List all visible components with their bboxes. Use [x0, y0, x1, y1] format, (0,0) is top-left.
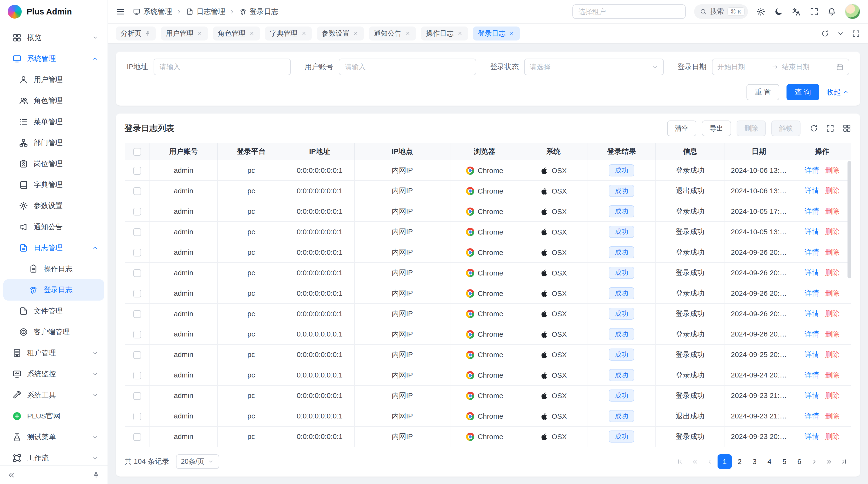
bell-icon[interactable]: [827, 7, 836, 17]
sidebar-item[interactable]: 系统监控: [3, 363, 104, 384]
global-search[interactable]: 搜索 ⌘ K: [694, 4, 748, 19]
detail-link[interactable]: 详情: [805, 207, 819, 215]
delete-link[interactable]: 删除: [825, 330, 840, 338]
row-checkbox[interactable]: [133, 187, 141, 195]
page-button[interactable]: 1: [717, 454, 732, 469]
detail-link[interactable]: 详情: [805, 371, 819, 379]
page-button[interactable]: 2: [733, 454, 747, 469]
row-checkbox[interactable]: [133, 269, 141, 277]
menu-toggle-icon[interactable]: [116, 7, 125, 17]
refresh-icon[interactable]: [809, 124, 818, 133]
tab[interactable]: 通知公告: [369, 27, 416, 40]
row-checkbox[interactable]: [133, 351, 141, 359]
sidebar-item[interactable]: 租户管理: [3, 343, 104, 363]
detail-link[interactable]: 详情: [805, 412, 819, 420]
page-button[interactable]: [822, 454, 836, 469]
expand-icon[interactable]: [809, 7, 819, 17]
page-button[interactable]: [688, 454, 702, 469]
tab[interactable]: 操作日志: [421, 27, 468, 40]
sidebar-item[interactable]: 日志管理: [3, 237, 104, 258]
sidebar-item[interactable]: 系统管理: [3, 48, 104, 69]
toolbar-button[interactable]: 解锁: [771, 121, 801, 136]
detail-link[interactable]: 详情: [805, 228, 819, 235]
pin-icon[interactable]: [145, 30, 151, 36]
close-icon[interactable]: [405, 30, 411, 36]
column-header[interactable]: 浏览器: [450, 143, 519, 160]
tab[interactable]: 角色管理: [213, 27, 260, 40]
tenant-select-input[interactable]: [572, 4, 686, 19]
sidebar-item[interactable]: 操作日志: [3, 258, 104, 279]
collapse-filters-link[interactable]: 收起: [827, 87, 849, 97]
breadcrumb-item[interactable]: 系统管理: [133, 7, 172, 17]
detail-link[interactable]: 详情: [805, 289, 819, 297]
sidebar-item[interactable]: 概览: [3, 27, 104, 48]
collapse-sidebar-icon[interactable]: [7, 471, 16, 479]
sidebar-item[interactable]: 岗位管理: [3, 153, 104, 174]
sidebar-item[interactable]: 参数设置: [3, 195, 104, 216]
page-button[interactable]: [807, 454, 822, 469]
chevron-down-icon[interactable]: [836, 29, 845, 38]
delete-link[interactable]: 删除: [825, 248, 840, 256]
column-header[interactable]: 系统: [519, 143, 588, 160]
page-button[interactable]: 3: [747, 454, 762, 469]
close-icon[interactable]: [197, 30, 203, 36]
detail-link[interactable]: 详情: [805, 351, 819, 358]
close-icon[interactable]: [509, 30, 515, 36]
detail-link[interactable]: 详情: [805, 432, 819, 440]
row-checkbox[interactable]: [133, 310, 141, 318]
row-checkbox[interactable]: [133, 208, 141, 216]
column-header[interactable]: 信息: [655, 143, 724, 160]
sidebar-item[interactable]: 角色管理: [3, 90, 104, 111]
toolbar-button[interactable]: 清空: [667, 121, 696, 136]
detail-link[interactable]: 详情: [805, 166, 819, 174]
user-avatar[interactable]: [845, 4, 860, 19]
column-header[interactable]: 用户账号: [150, 143, 217, 160]
page-size-select[interactable]: 20条/页: [176, 454, 219, 469]
scrollbar-thumb[interactable]: [847, 161, 851, 279]
column-header[interactable]: 日期: [725, 143, 793, 160]
close-icon[interactable]: [353, 30, 359, 36]
sidebar-item[interactable]: 部门管理: [3, 132, 104, 153]
tab[interactable]: 登录日志: [473, 27, 520, 40]
delete-link[interactable]: 删除: [825, 351, 840, 358]
expand-icon[interactable]: [852, 29, 860, 38]
select-all-checkbox[interactable]: [133, 148, 141, 156]
row-checkbox[interactable]: [133, 392, 141, 400]
pin-sidebar-icon[interactable]: [92, 471, 100, 479]
page-button[interactable]: [703, 454, 717, 469]
page-button[interactable]: 6: [792, 454, 807, 469]
close-icon[interactable]: [301, 30, 307, 36]
sidebar-item[interactable]: 通知公告: [3, 217, 104, 237]
sidebar-item[interactable]: 登录日志: [3, 279, 104, 300]
detail-link[interactable]: 详情: [805, 310, 819, 317]
status-select[interactable]: 请选择: [524, 59, 664, 75]
page-button[interactable]: [837, 454, 851, 469]
grid-icon[interactable]: [842, 124, 851, 133]
delete-link[interactable]: 删除: [825, 166, 840, 174]
moon-icon[interactable]: [774, 7, 783, 17]
toolbar-button[interactable]: 删除: [737, 121, 766, 136]
row-checkbox[interactable]: [133, 249, 141, 256]
row-checkbox[interactable]: [133, 167, 141, 174]
column-header[interactable]: IP地点: [354, 143, 451, 160]
breadcrumb-item[interactable]: 日志管理: [186, 7, 225, 17]
delete-link[interactable]: 删除: [825, 228, 840, 235]
sidebar-item[interactable]: 字典管理: [3, 174, 104, 195]
tab[interactable]: 参数设置: [317, 27, 364, 40]
detail-link[interactable]: 详情: [805, 248, 819, 256]
delete-link[interactable]: 删除: [825, 268, 840, 277]
close-icon[interactable]: [457, 30, 463, 36]
tab[interactable]: 字典管理: [265, 27, 312, 40]
tab[interactable]: 分析页: [116, 27, 156, 40]
detail-link[interactable]: 详情: [805, 391, 819, 399]
column-header[interactable]: IP地址: [285, 143, 354, 160]
delete-link[interactable]: 删除: [825, 289, 840, 297]
row-checkbox[interactable]: [133, 290, 141, 297]
delete-link[interactable]: 删除: [825, 432, 840, 440]
sidebar-item[interactable]: 工作流: [3, 448, 104, 465]
logo[interactable]: Plus Admin: [0, 0, 107, 23]
refresh-icon[interactable]: [821, 29, 829, 38]
toolbar-button[interactable]: 导出: [702, 121, 731, 136]
delete-link[interactable]: 删除: [825, 187, 840, 195]
sidebar-item[interactable]: 客户端管理: [3, 322, 104, 343]
